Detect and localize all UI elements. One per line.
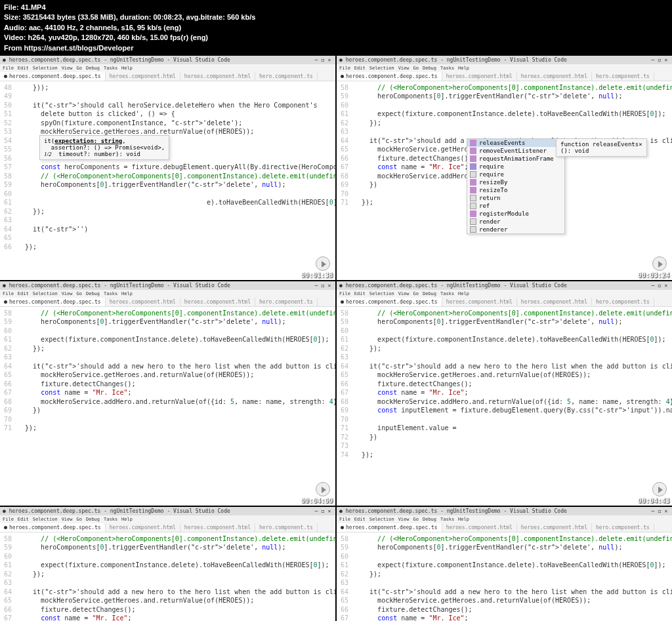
menu-file[interactable]: File (339, 291, 350, 296)
menu-selection[interactable]: Selection (33, 517, 58, 522)
menu-go[interactable]: Go (413, 517, 419, 522)
menu-view[interactable]: View (62, 291, 73, 296)
maximize-button[interactable]: ◻ (320, 57, 326, 63)
code-content[interactable]: // (<HeroComponent>heroComponents[0].com… (352, 307, 672, 462)
code-content[interactable]: // (<HeroComponent>heroComponents[0].com… (16, 532, 335, 621)
minimize-button[interactable]: ─ (650, 283, 656, 289)
close-button[interactable]: ✕ (663, 283, 669, 289)
tab-2[interactable]: heroes.component.html (180, 72, 255, 81)
menu-help[interactable]: Help (458, 291, 469, 296)
play-button-icon[interactable] (652, 256, 667, 271)
code-editor[interactable]: 58 59 60 61 62 63 64 65 66 67 68 69 70 7… (0, 307, 335, 435)
menu-edit[interactable]: Edit (354, 517, 366, 522)
menu-go[interactable]: Go (413, 66, 419, 71)
maximize-button[interactable]: ◻ (656, 57, 663, 63)
menu-go[interactable]: Go (77, 66, 82, 71)
menu-tasks[interactable]: Tasks (440, 291, 454, 296)
menu-selection[interactable]: Selection (369, 66, 394, 71)
menu-file[interactable]: File (339, 517, 350, 522)
suggest-item[interactable]: return (467, 194, 564, 202)
menu-file[interactable]: File (339, 66, 350, 71)
autocomplete-popup[interactable]: releaseEventsremoveEventListenerrequestA… (467, 138, 565, 234)
tab-0[interactable]: heroes.component.deep.spec.ts (0, 298, 106, 306)
tab-2[interactable]: heroes.component.html (517, 298, 592, 306)
menu-go[interactable]: Go (77, 291, 82, 296)
suggest-item[interactable]: registerModule (467, 210, 564, 218)
menu-edit[interactable]: Edit (18, 66, 29, 71)
suggest-item[interactable]: resizeTo (467, 186, 564, 194)
menu-view[interactable]: View (398, 66, 410, 71)
tab-2[interactable]: heroes.component.html (517, 72, 592, 81)
close-button[interactable]: ✕ (326, 508, 333, 514)
menu-help[interactable]: Help (458, 517, 469, 522)
code-editor[interactable]: 58 59 60 61 62 63 64 65 66 67 68 69 70 7… (0, 532, 335, 621)
code-content[interactable]: // (<HeroComponent>heroComponents[0].com… (352, 532, 672, 621)
maximize-button[interactable]: ◻ (320, 508, 326, 514)
menu-go[interactable]: Go (77, 517, 82, 522)
menu-tasks[interactable]: Tasks (104, 291, 117, 296)
minimize-button[interactable]: ─ (650, 508, 656, 514)
tab-0[interactable]: heroes.component.deep.spec.ts (337, 298, 442, 306)
suggest-item[interactable]: renderer (467, 226, 564, 233)
code-editor[interactable]: 58 59 60 61 62 63 64 65 66 67 68 69 70 7… (337, 532, 672, 621)
maximize-button[interactable]: ◻ (656, 508, 663, 514)
suggest-item[interactable]: ref (467, 202, 564, 210)
minimize-button[interactable]: ─ (313, 508, 320, 514)
menu-view[interactable]: View (62, 517, 73, 522)
menu-selection[interactable]: Selection (369, 291, 394, 296)
menu-debug[interactable]: Debug (86, 66, 100, 71)
menu-debug[interactable]: Debug (423, 517, 436, 522)
menu-file[interactable]: File (3, 517, 14, 522)
menu-debug[interactable]: Debug (86, 517, 100, 522)
minimize-button[interactable]: ─ (313, 283, 320, 289)
suggest-item[interactable]: removeEventListener (467, 147, 564, 155)
menu-help[interactable]: Help (121, 291, 133, 296)
menu-edit[interactable]: Edit (354, 66, 366, 71)
tab-3[interactable]: hero.component.ts (592, 298, 654, 306)
tab-3[interactable]: hero.component.ts (255, 298, 318, 306)
play-button-icon[interactable] (316, 256, 330, 271)
code-editor[interactable]: 58 59 60 61 62 63 64 65 66 67 68 69 70 7… (337, 307, 672, 462)
tab-1[interactable]: heroes.component.html (442, 72, 517, 81)
menu-tasks[interactable]: Tasks (440, 66, 454, 71)
menu-selection[interactable]: Selection (33, 66, 58, 71)
code-content[interactable]: })); it("c-str">'should call heroService… (16, 81, 335, 254)
code-content[interactable]: // (<HeroComponent>heroComponents[0].com… (16, 307, 335, 435)
menu-edit[interactable]: Edit (18, 291, 29, 296)
menu-selection[interactable]: Selection (369, 517, 394, 522)
tab-1[interactable]: heroes.component.html (106, 298, 180, 306)
close-button[interactable]: ✕ (326, 283, 333, 289)
tab-3[interactable]: hero.component.ts (255, 523, 318, 532)
menu-edit[interactable]: Edit (354, 291, 366, 296)
tab-0[interactable]: heroes.component.deep.spec.ts (0, 72, 106, 81)
menu-selection[interactable]: Selection (33, 291, 58, 296)
suggest-item[interactable]: require (467, 163, 564, 170)
menu-debug[interactable]: Debug (86, 291, 100, 296)
minimize-button[interactable]: ─ (650, 57, 656, 63)
close-button[interactable]: ✕ (663, 57, 669, 63)
close-button[interactable]: ✕ (663, 508, 669, 514)
tab-3[interactable]: hero.component.ts (592, 523, 654, 532)
close-icon[interactable]: × (639, 141, 642, 148)
menu-file[interactable]: File (3, 291, 14, 296)
menu-tasks[interactable]: Tasks (104, 517, 117, 522)
play-button-icon[interactable] (316, 482, 330, 496)
tab-0[interactable]: heroes.component.deep.spec.ts (337, 523, 442, 532)
tab-1[interactable]: heroes.component.html (106, 72, 180, 81)
menu-help[interactable]: Help (121, 66, 133, 71)
menu-debug[interactable]: Debug (423, 291, 436, 296)
menu-edit[interactable]: Edit (18, 517, 29, 522)
code-editor[interactable]: 48 49 50 51 52 53 54 55 56 57 58 59 60 6… (0, 81, 335, 254)
suggest-item[interactable]: resizeBy (467, 178, 564, 186)
tab-2[interactable]: heroes.component.html (180, 298, 255, 306)
menu-view[interactable]: View (398, 291, 410, 296)
suggest-item[interactable]: require (467, 170, 564, 178)
tab-3[interactable]: hero.component.ts (592, 72, 654, 81)
tab-1[interactable]: heroes.component.html (442, 298, 517, 306)
menu-go[interactable]: Go (413, 291, 419, 296)
maximize-button[interactable]: ◻ (656, 283, 663, 289)
menu-view[interactable]: View (62, 66, 73, 71)
menu-help[interactable]: Help (458, 66, 469, 71)
menu-view[interactable]: View (398, 517, 410, 522)
tab-1[interactable]: heroes.component.html (106, 523, 180, 532)
